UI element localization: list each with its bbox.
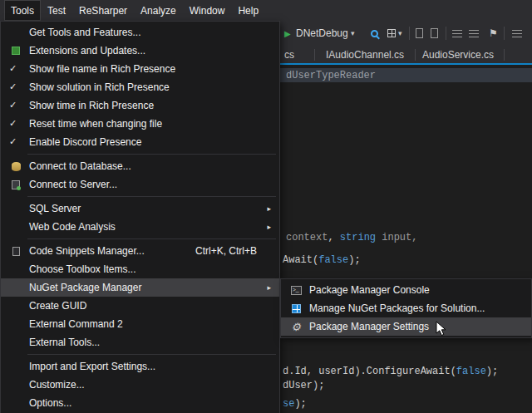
menu-item-label: SQL Server [29, 203, 81, 214]
mouse-cursor [436, 321, 447, 341]
menu-item-show-file-name[interactable]: ✓ Show file name in Rich Presence [1, 60, 279, 78]
menubar-item-window[interactable]: Window [183, 0, 232, 21]
menu-item-package-manager-console[interactable]: >_ Package Manager Console [281, 281, 531, 299]
menu-item-web-code-analysis[interactable]: Web Code Analysis ▸ [1, 218, 279, 236]
server-icon [7, 175, 24, 194]
menu-item-label: Extensions and Updates... [29, 45, 145, 57]
menu-item-label: Reset time when changing file [29, 118, 162, 130]
submenu-arrow-icon: ▸ [267, 204, 271, 213]
toolbar-list-button-3[interactable] [512, 21, 522, 46]
code-line: dUser); [283, 380, 324, 391]
document-icon [431, 28, 438, 38]
menu-item-label: Enable Discord Presence [29, 136, 141, 148]
grid-dropdown-button[interactable] [387, 21, 396, 46]
menu-item-label: Manage NuGet Packages for Solution... [309, 302, 485, 314]
start-debug-button[interactable]: ▶ [284, 21, 291, 46]
menubar-item-analyze[interactable]: Analyze [134, 0, 183, 21]
extensions-icon [7, 42, 24, 60]
toolbar-list-button-2[interactable] [469, 21, 479, 46]
attach-button[interactable] [371, 21, 378, 46]
menu-item-label: Code Snippets Manager... [29, 245, 145, 257]
menubar-item-resharper[interactable]: ReSharper [72, 0, 134, 21]
grid-icon [387, 29, 396, 37]
menu-item-sql-server[interactable]: SQL Server ▸ [1, 199, 279, 218]
menu-item-label: Package Manager Console [309, 284, 430, 296]
toolbar-doc-button-2[interactable] [431, 21, 438, 46]
document-icon [416, 28, 423, 38]
code-line: d.Id, userId).ConfigureAwait(false); [283, 366, 498, 377]
menu-item-label: Show time in Rich Presence [29, 100, 154, 111]
menu-item-show-time[interactable]: ✓ Show time in Rich Presence [1, 96, 279, 115]
play-icon: ▶ [284, 29, 291, 38]
tab-audioservice[interactable]: AudioService.cs [422, 49, 494, 61]
tab-iaudiochannel[interactable]: IAudioChannel.cs [326, 49, 404, 61]
menu-item-connect-to-server[interactable]: Connect to Server... [1, 175, 279, 194]
menu-item-external-tools[interactable]: External Tools... [1, 333, 279, 352]
highlighted-code-text: dUserTypeReader [286, 70, 376, 81]
database-icon [7, 157, 24, 175]
menu-item-code-snippets-manager[interactable]: Code Snippets Manager... Ctrl+K, Ctrl+B [1, 242, 279, 260]
menubar-item-help[interactable]: Help [231, 0, 265, 21]
menu-item-customize[interactable]: Customize... [1, 376, 279, 394]
menu-item-label: Show solution in Rich Presence [29, 81, 170, 93]
toolbar-doc-button-1[interactable] [416, 21, 423, 46]
menu-item-extensions-and-updates[interactable]: Extensions and Updates... [1, 42, 279, 60]
tools-menu: Get Tools and Features... Extensions and… [0, 21, 280, 413]
submenu-arrow-icon: ▸ [267, 223, 271, 231]
menu-item-nuget-package-manager[interactable]: NuGet Package Manager ▸ [1, 278, 279, 297]
menu-item-package-manager-settings[interactable]: ⚙ Package Manager Settings [281, 317, 531, 336]
chevron-down-icon: ▾ [398, 29, 402, 37]
console-icon: >_ [288, 281, 304, 299]
tab-partial[interactable]: cs [284, 49, 294, 61]
menu-item-manage-nuget-packages[interactable]: Manage NuGet Packages for Solution... [281, 299, 531, 317]
menu-separator [27, 154, 276, 155]
bookmark-flag-icon: ⚑ [489, 27, 498, 39]
check-icon: ✓ [9, 81, 17, 92]
package-icon [288, 299, 304, 317]
menu-item-external-command-2[interactable]: External Command 2 [1, 315, 279, 333]
menubar-item-tools[interactable]: Tools [4, 0, 41, 21]
gear-icon: ⚙ [288, 317, 304, 336]
grid-dropdown-caret[interactable]: ▾ [398, 21, 402, 46]
menu-item-create-guid[interactable]: Create GUID [1, 297, 279, 315]
menu-item-label: Import and Export Settings... [29, 361, 155, 372]
code-line: Await(false); [283, 254, 361, 266]
toolbar-list-button-1[interactable] [452, 21, 462, 46]
menu-item-import-export-settings[interactable]: Import and Export Settings... [1, 357, 279, 376]
menu-separator [27, 238, 276, 239]
menu-item-label: Customize... [29, 379, 85, 391]
tab-divider [504, 49, 505, 61]
submenu-arrow-icon: ▸ [267, 283, 271, 292]
check-icon: ✓ [9, 100, 17, 111]
debug-target-dropdown[interactable]: DNetDebug [296, 21, 348, 46]
toolbar-separator [409, 27, 410, 40]
list-icon [512, 30, 522, 37]
menu-separator [27, 354, 276, 355]
menu-item-show-solution[interactable]: ✓ Show solution in Rich Presence [1, 78, 279, 96]
menu-item-get-tools-and-features[interactable]: Get Tools and Features... [1, 23, 279, 42]
menu-item-label: Get Tools and Features... [29, 27, 141, 38]
menu-item-label: Options... [29, 397, 71, 409]
code-line: se); [283, 398, 307, 410]
chevron-down-icon: ▾ [351, 29, 355, 37]
menu-item-reset-time[interactable]: ✓ Reset time when changing file [1, 115, 279, 133]
menu-item-connect-to-database[interactable]: Connect to Database... [1, 157, 279, 175]
debug-target-label: DNetDebug [296, 27, 348, 39]
bookmark-button[interactable]: ⚑ [489, 21, 498, 46]
menu-item-label: Web Code Analysis [29, 221, 116, 233]
list-icon [469, 30, 479, 37]
menu-item-options[interactable]: Options... [1, 394, 279, 412]
vs-window: Tools Test ReSharper Analyze Window Help… [0, 0, 532, 413]
menu-item-label: Connect to Server... [29, 179, 117, 190]
menu-item-label: Create GUID [29, 300, 86, 312]
magnifier-icon [371, 30, 378, 37]
tab-divider [314, 49, 315, 61]
toolbar-separator [446, 27, 446, 40]
menu-item-enable-discord-presence[interactable]: ✓ Enable Discord Presence [1, 133, 279, 151]
snippets-icon [7, 242, 24, 260]
menu-item-label: NuGet Package Manager [29, 282, 141, 293]
menu-bar: Tools Test ReSharper Analyze Window Help [0, 0, 532, 21]
menubar-item-test[interactable]: Test [41, 0, 72, 21]
debug-target-caret[interactable]: ▾ [351, 21, 355, 46]
menu-item-choose-toolbox-items[interactable]: Choose Toolbox Items... [1, 260, 279, 278]
